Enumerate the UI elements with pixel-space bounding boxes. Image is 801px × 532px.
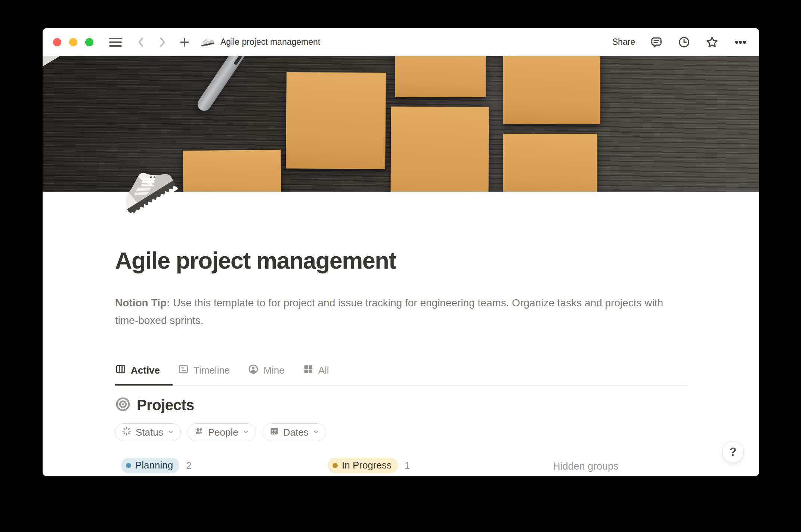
planning-group-badge[interactable]: Planning xyxy=(121,458,179,473)
dates-filter-chip[interactable]: Dates xyxy=(263,423,326,441)
board-view-icon xyxy=(115,364,126,377)
page-title: Agile project management xyxy=(115,247,396,274)
person-view-icon xyxy=(248,364,259,377)
tab-label: Mine xyxy=(263,365,284,376)
group-in-progress: In Progress 1 xyxy=(328,458,410,473)
chevron-down-icon xyxy=(242,427,250,438)
window-title: Agile project management xyxy=(220,37,320,47)
back-chevron-icon[interactable] xyxy=(135,36,146,49)
close-window-button[interactable] xyxy=(53,38,61,46)
sneaker-icon xyxy=(200,37,214,47)
notion-tip-text: Use this template to for project and iss… xyxy=(115,297,663,326)
in-progress-group-badge[interactable]: In Progress xyxy=(328,458,398,473)
tab-timeline[interactable]: Timeline xyxy=(178,362,230,385)
share-button[interactable]: Share xyxy=(612,37,635,47)
chevron-down-icon xyxy=(312,427,320,438)
group-planning: Planning 2 xyxy=(121,458,192,473)
group-label: In Progress xyxy=(342,460,392,471)
help-button[interactable]: ? xyxy=(722,441,744,463)
new-tab-plus-icon[interactable] xyxy=(179,36,191,48)
forward-chevron-icon[interactable] xyxy=(157,36,168,49)
people-icon xyxy=(194,426,204,439)
group-count: 2 xyxy=(186,460,191,471)
timeline-view-icon xyxy=(178,364,189,377)
page-body: Agile project management Notion Tip: Use… xyxy=(43,192,759,476)
people-filter-chip[interactable]: People xyxy=(188,423,256,441)
status-dot xyxy=(333,463,338,468)
board-group-headers: Planning 2 In Progress 1 Hidden groups xyxy=(115,458,688,476)
cover-paper-corner xyxy=(43,56,60,66)
history-clock-icon[interactable] xyxy=(678,36,690,49)
target-icon xyxy=(115,396,131,414)
status-spinner-icon xyxy=(121,426,132,439)
chip-label: Status xyxy=(136,427,163,438)
chip-label: Dates xyxy=(283,427,309,438)
notion-tip: Notion Tip: Use this template to for pro… xyxy=(115,294,684,329)
hidden-groups-button[interactable]: Hidden groups xyxy=(553,461,619,472)
tab-mine[interactable]: Mine xyxy=(248,362,284,385)
zoom-window-button[interactable] xyxy=(85,38,93,46)
notion-tip-label: Notion Tip: xyxy=(115,297,170,309)
tab-active[interactable]: Active xyxy=(115,362,160,385)
calendar-icon xyxy=(269,426,279,439)
tab-all[interactable]: All xyxy=(303,362,329,385)
filter-chips: Status People Dates xyxy=(115,423,326,441)
more-options-ellipsis-icon[interactable] xyxy=(734,35,747,49)
group-count: 1 xyxy=(405,460,410,471)
tab-label: All xyxy=(318,365,329,376)
sticky-note xyxy=(503,134,597,192)
tab-label: Timeline xyxy=(194,365,230,376)
minimize-window-button[interactable] xyxy=(69,38,77,46)
status-filter-chip[interactable]: Status xyxy=(115,423,181,441)
comments-icon[interactable] xyxy=(650,36,663,49)
sidebar-menu-icon[interactable] xyxy=(109,38,122,47)
cover-pen xyxy=(195,56,246,114)
sticky-note xyxy=(183,150,281,192)
titlebar: Agile project management Share xyxy=(43,28,759,56)
sticky-note xyxy=(286,72,386,169)
traffic-lights xyxy=(53,38,93,46)
notion-window: Agile project management Share xyxy=(43,28,759,476)
chevron-down-icon xyxy=(167,427,174,438)
tab-label: Active xyxy=(131,365,160,376)
chip-label: People xyxy=(208,427,238,438)
favorite-star-icon[interactable] xyxy=(705,35,719,49)
view-tabs: Active Timeline Mine All xyxy=(115,362,688,386)
sticky-note xyxy=(390,106,489,192)
status-dot xyxy=(126,463,131,468)
sticky-note xyxy=(503,56,600,124)
projects-heading-row: Projects xyxy=(115,396,194,414)
projects-heading: Projects xyxy=(137,397,194,414)
group-label: Planning xyxy=(135,460,173,471)
page-icon-sneaker[interactable] xyxy=(114,165,178,213)
sticky-note xyxy=(395,56,486,97)
grid-view-icon xyxy=(303,364,314,377)
